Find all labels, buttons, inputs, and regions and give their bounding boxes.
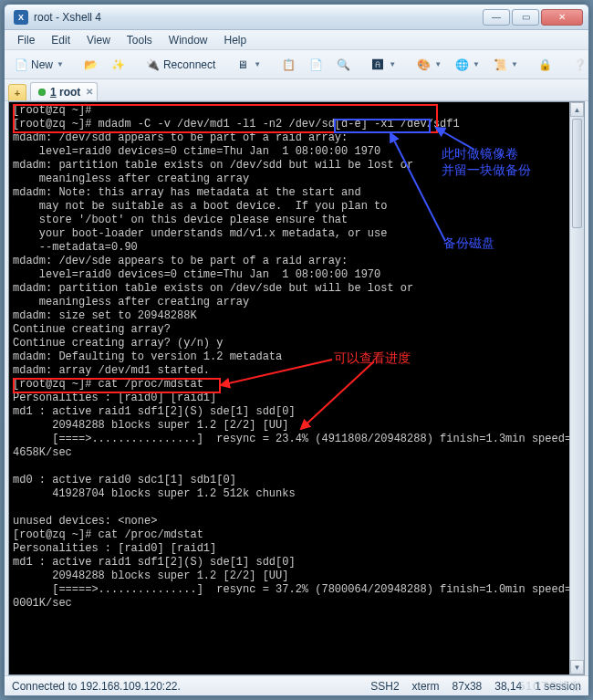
open-button[interactable]: 📂 [78,54,104,76]
maximize-button[interactable]: ▭ [512,9,539,26]
tab-session[interactable]: 1 root ✕ [30,82,98,100]
chevron-down-icon: ▼ [473,60,480,68]
monitor-icon: 🖥 [235,57,250,72]
help-button[interactable]: ❔ [567,54,593,76]
chevron-down-icon: ▼ [511,60,518,68]
menu-file[interactable]: File [10,32,42,48]
copy-icon: 📋 [281,57,296,72]
new-icon: 📄 [14,57,28,72]
transfer-button[interactable]: 🌐▼ [449,54,485,76]
titlebar: X root - Xshell 4 — ▭ ✕ [5,5,588,30]
color-button[interactable]: 🎨▼ [411,54,447,76]
scroll-up-button[interactable]: ▲ [570,102,584,117]
properties-button[interactable]: 🖥▼ [230,54,266,76]
menu-edit[interactable]: Edit [44,32,78,48]
lock-icon: 🔒 [538,57,553,72]
watermark: 51CTO博客 [519,679,582,695]
new-label: New [31,58,53,71]
font-button[interactable]: 🅰▼ [365,54,401,76]
app-window: X root - Xshell 4 — ▭ ✕ File Edit View T… [4,4,589,696]
status-proto: SSH2 [370,680,399,693]
paste-icon: 📄 [308,57,323,72]
add-tab-button[interactable]: + [8,84,26,100]
globe-icon: 🌐 [454,57,469,72]
plug-icon: 🔌 [146,57,161,72]
scrollbar[interactable]: ▲ ▼ [569,102,584,674]
terminal-pane: [root@zq ~]# [root@zq ~]# mdadm -C -v /d… [8,101,585,675]
menu-window[interactable]: Window [161,32,215,48]
chevron-down-icon: ▼ [57,60,64,68]
status-led-icon [38,89,46,96]
chevron-down-icon: ▼ [254,60,261,68]
window-title: root - Xshell 4 [34,11,483,24]
annotation-progress: 可以查看进度 [334,350,411,367]
favorite-button[interactable]: ✨ [106,54,131,76]
menu-tools[interactable]: Tools [120,32,160,48]
tab-label: 1 root [50,86,80,99]
chevron-down-icon: ▼ [389,60,396,68]
app-icon: X [14,10,28,25]
status-termtype: xterm [412,680,440,693]
star-icon: ✨ [111,57,126,72]
status-size: 87x38 [453,680,483,693]
script-icon: 📜 [493,57,507,72]
font-icon: 🅰 [370,57,385,72]
palette-icon: 🎨 [416,57,431,72]
menubar: File Edit View Tools Window Help [5,30,588,50]
menu-view[interactable]: View [79,32,118,48]
statusbar: Connected to 192.168.109.120:22. SSH2 xt… [5,675,588,695]
folder-icon: 📂 [84,57,99,72]
minimize-button[interactable]: — [483,9,510,26]
search-icon: 🔍 [336,57,350,72]
find-button[interactable]: 🔍 [330,54,356,76]
annotation-backup-disk: 备份磁盘 [443,235,494,252]
close-button[interactable]: ✕ [541,9,583,26]
close-tab-icon[interactable]: ✕ [86,87,93,97]
scroll-thumb[interactable] [572,119,582,228]
new-session-button[interactable]: 📄 New ▼ [8,54,69,76]
status-connected: Connected to 192.168.109.120:22. [12,680,181,693]
terminal-output[interactable]: [root@zq ~]# [root@zq ~]# mdadm -C -v /d… [9,102,569,674]
chevron-down-icon: ▼ [434,60,442,68]
reconnect-label: Reconnect [163,58,215,71]
scroll-down-button[interactable]: ▼ [570,660,584,674]
menu-help[interactable]: Help [217,32,255,48]
plus-icon: + [15,88,20,99]
window-controls: — ▭ ✕ [483,9,583,26]
annotation-mirror: 此时做镜像卷 并留一块做备份 [442,146,531,179]
question-icon: ❔ [573,57,588,72]
lock-button[interactable]: 🔒 [533,54,558,76]
script-button[interactable]: 📜▼ [487,54,524,76]
paste-button[interactable]: 📄 [303,54,328,76]
toolbar: 📄 New ▼ 📂 ✨ 🔌 Reconnect 🖥▼ 📋 📄 🔍 🅰▼ 🎨▼ 🌐… [5,50,588,79]
reconnect-button[interactable]: 🔌 Reconnect [140,54,221,76]
copy-button[interactable]: 📋 [276,54,301,76]
tabbar: + 1 root ✕ [5,79,588,101]
